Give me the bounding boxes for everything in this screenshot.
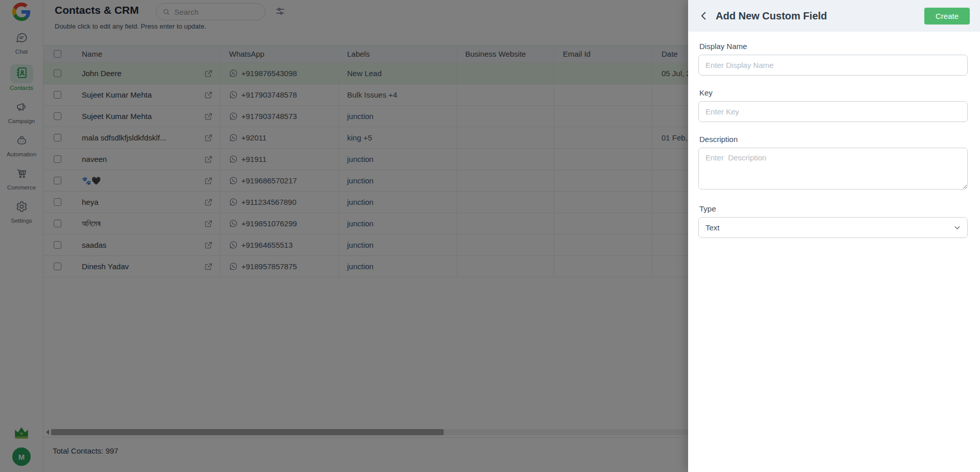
panel-header: Add New Custom Field Create: [688, 0, 980, 32]
key-label: Key: [699, 88, 968, 97]
type-label: Type: [699, 204, 968, 213]
back-chevron-icon[interactable]: [698, 10, 710, 21]
key-field-group: Key: [698, 88, 968, 122]
description-label: Description: [699, 135, 968, 144]
description-textarea[interactable]: [698, 148, 968, 190]
type-select[interactable]: Text: [698, 217, 968, 238]
create-button[interactable]: Create: [924, 8, 970, 25]
key-input[interactable]: [698, 101, 968, 122]
display-name-input[interactable]: [698, 55, 968, 76]
panel-title: Add New Custom Field: [716, 10, 827, 22]
type-field-group: Type Text: [698, 204, 968, 238]
display-name-field-group: Display Name: [698, 42, 968, 76]
modal-dim-overlay[interactable]: [0, 0, 688, 472]
add-custom-field-panel: Add New Custom Field Create Display Name…: [688, 0, 980, 472]
description-field-group: Description: [698, 135, 968, 192]
panel-body: Display Name Key Description Type Text: [688, 32, 980, 238]
display-name-label: Display Name: [699, 42, 968, 51]
